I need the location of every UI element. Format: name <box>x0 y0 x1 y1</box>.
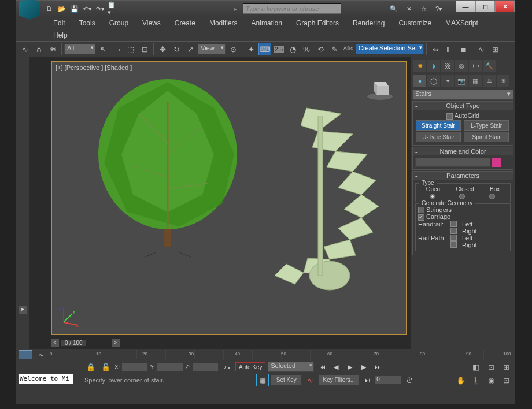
u-type-stair-button[interactable]: U-Type Stair <box>416 132 461 142</box>
selection-lock-icon[interactable]: 🔒 <box>84 360 97 373</box>
spinner-snap-icon[interactable]: ⟲ <box>314 43 327 55</box>
next-frame-icon[interactable]: ▶ <box>358 362 370 372</box>
prev-frame-icon[interactable]: ◀ <box>330 362 342 372</box>
l-type-stair-button[interactable]: L-Type Stair <box>464 120 509 131</box>
named-sel-icon[interactable]: ᴬᴮᶜ <box>342 43 354 55</box>
mini-curve-icon[interactable]: ∿ <box>35 348 47 361</box>
menu-maxscript[interactable]: MAXScript <box>439 18 484 28</box>
play-rail-icon[interactable]: ▸ <box>19 306 27 314</box>
menu-modifiers[interactable]: Modifiers <box>204 18 243 28</box>
angle-snap-icon[interactable]: ◔ <box>286 43 299 55</box>
menu-customize[interactable]: Customize <box>393 18 437 28</box>
new-file-icon[interactable]: 🗋 <box>44 3 54 14</box>
open-file-icon[interactable]: 📂 <box>57 3 67 14</box>
manipulate-icon[interactable]: ✦ <box>245 43 257 55</box>
align-icon[interactable]: ⊫ <box>443 43 456 55</box>
railpath-right-checkbox[interactable] <box>450 241 457 248</box>
autokey-button[interactable]: Auto Key <box>235 362 265 371</box>
scroll-left-icon[interactable]: < <box>51 339 59 347</box>
walk-icon[interactable]: 🚶 <box>470 374 482 386</box>
window-crossing-icon[interactable]: ⊡ <box>138 43 151 55</box>
time-ruler[interactable]: 0102030405060708090100 <box>50 350 512 359</box>
menu-graph-editors[interactable]: Graph Editors <box>290 18 345 28</box>
y-spinner[interactable] <box>157 363 183 371</box>
spacewarps-subtab-icon[interactable]: ≋ <box>483 75 496 87</box>
create-tab-icon[interactable]: ✸ <box>413 60 426 72</box>
menu-animation[interactable]: Animation <box>246 18 288 28</box>
current-frame-spinner[interactable]: 0 <box>375 376 401 384</box>
scroll-right-icon[interactable]: > <box>112 339 120 347</box>
motion-tab-icon[interactable]: ◎ <box>455 60 468 72</box>
redo-icon[interactable]: ↷▾ <box>95 3 105 14</box>
favorite-icon[interactable]: ☆ <box>419 3 429 14</box>
search-input[interactable] <box>243 3 341 14</box>
category-combo[interactable]: Stairs <box>412 90 513 100</box>
view-cube-icon[interactable] <box>365 73 394 102</box>
helpers-subtab-icon[interactable]: ▦ <box>469 75 482 87</box>
menu-group[interactable]: Group <box>104 18 134 28</box>
named-selset-combo[interactable]: Create Selection Se <box>356 44 424 54</box>
mirror-icon[interactable]: ⇔ <box>429 43 442 55</box>
hierarchy-tab-icon[interactable]: ⛓ <box>441 60 454 72</box>
time-config-icon[interactable]: ⏱ <box>403 374 416 386</box>
isolate-icon[interactable]: ◧ <box>470 360 482 373</box>
pan-icon[interactable]: ✋ <box>455 374 467 386</box>
type-closed-radio[interactable] <box>459 194 465 199</box>
spiral-stair-button[interactable]: Spiral Stair <box>464 132 509 142</box>
selection-filter-combo[interactable]: All <box>64 44 95 54</box>
project-icon[interactable]: 📋▾ <box>108 3 118 14</box>
x-spinner[interactable] <box>122 363 147 371</box>
display-tab-icon[interactable]: 🖵 <box>469 60 482 72</box>
handrail-right-checkbox[interactable] <box>450 228 457 234</box>
edit-named-sel-icon[interactable]: ✎ <box>328 43 341 55</box>
stair-object[interactable] <box>260 102 387 299</box>
close-button[interactable]: ✕ <box>495 1 515 12</box>
script-listener-icon[interactable]: ▦ <box>256 374 269 386</box>
unlink-icon[interactable]: ⋔ <box>32 43 45 55</box>
bind-spacewarp-icon[interactable]: ≋ <box>46 43 59 55</box>
play-icon[interactable]: ▶ <box>344 362 356 372</box>
type-open-radio[interactable] <box>430 194 435 199</box>
color-swatch[interactable] <box>492 158 501 167</box>
lock-icon[interactable]: 🔓 <box>99 360 112 373</box>
select-name-icon[interactable]: ▭ <box>110 43 123 55</box>
tree-object[interactable] <box>87 73 249 258</box>
straight-stair-button[interactable]: Straight Stair <box>416 120 461 131</box>
percent-snap-icon[interactable]: % <box>300 43 313 55</box>
menu-edit[interactable]: Edit <box>47 18 71 28</box>
utilities-tab-icon[interactable]: 🔨 <box>483 60 496 72</box>
shapes-subtab-icon[interactable]: ◯ <box>427 75 440 87</box>
help-icon[interactable]: ?▾ <box>434 3 444 14</box>
max-viewport-icon[interactable]: ⊡ <box>500 374 512 386</box>
nav1-icon[interactable]: ⊡ <box>485 360 497 373</box>
goto-start-icon[interactable]: ⏮ <box>316 362 328 372</box>
binoculars-icon[interactable]: 🔍 <box>389 3 399 14</box>
z-spinner[interactable] <box>193 363 218 371</box>
comm-center-icon[interactable]: ✕ <box>404 3 414 14</box>
select-icon[interactable]: ↖ <box>97 43 109 55</box>
menu-help[interactable]: Help <box>47 30 73 40</box>
perspective-viewport[interactable]: [+] [Perspective ] [Shaded ] <box>51 61 407 335</box>
autogrid-checkbox[interactable] <box>446 113 453 120</box>
pivot-icon[interactable]: ⊙ <box>227 43 239 55</box>
keyfilter-icon[interactable]: ∿ <box>304 374 316 386</box>
carriage-checkbox[interactable] <box>418 214 424 221</box>
orbit-icon[interactable]: ◉ <box>485 374 497 386</box>
systems-subtab-icon[interactable]: ✳ <box>497 75 509 87</box>
schematic-icon[interactable]: ⊞ <box>489 43 501 55</box>
snap-toggle-icon[interactable]: 2.5 <box>272 43 285 55</box>
minimize-button[interactable]: — <box>456 1 475 12</box>
modify-tab-icon[interactable]: ◗ <box>427 60 440 72</box>
geometry-subtab-icon[interactable]: ● <box>413 75 426 87</box>
undo-icon[interactable]: ↶▾ <box>82 3 93 14</box>
key-mode-toggle-icon[interactable]: ⏯ <box>361 375 373 385</box>
menu-views[interactable]: Views <box>136 18 167 28</box>
setkey-button[interactable]: Set Key <box>271 375 301 385</box>
menu-rendering[interactable]: Rendering <box>347 18 390 28</box>
ref-coord-combo[interactable]: View <box>198 44 226 54</box>
menu-tools[interactable]: Tools <box>73 18 101 28</box>
railpath-left-checkbox[interactable] <box>450 235 457 241</box>
select-rect-icon[interactable]: ⬚ <box>124 43 137 55</box>
app-logo-icon[interactable] <box>19 0 40 20</box>
save-file-icon[interactable]: 💾 <box>69 3 80 14</box>
